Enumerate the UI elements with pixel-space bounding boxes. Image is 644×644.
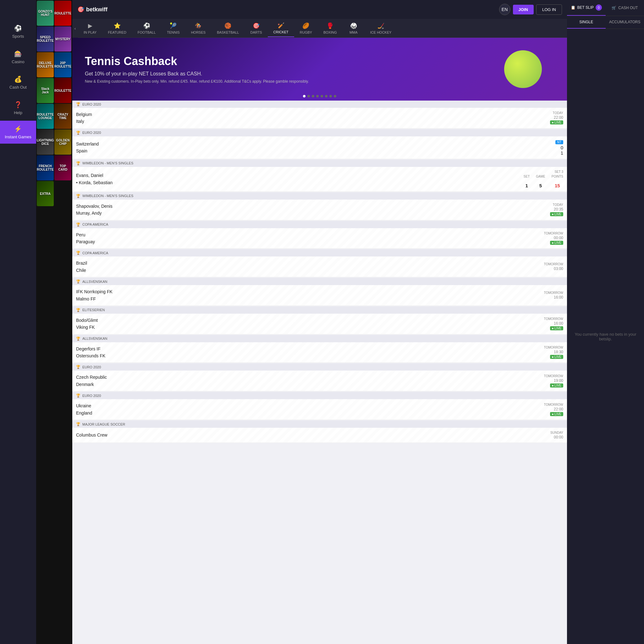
nav-arrow-left[interactable]: ‹: [72, 19, 78, 38]
match-meta: TODAY22:00● LIVE: [550, 111, 564, 124]
game-thumb-extra[interactable]: EXTRA: [37, 181, 54, 206]
match-row[interactable]: SwitzerlandSpainNT01: [72, 136, 567, 159]
game-thumb-speed-roulette[interactable]: SPEED ROULETTE: [37, 26, 54, 52]
sport-tab-cricket[interactable]: 🏏CRICKET: [268, 19, 294, 37]
sports-icon: ⚽: [14, 25, 22, 32]
banner-dot-6[interactable]: [329, 95, 332, 97]
sport-tab-featured[interactable]: ⭐FEATURED: [102, 20, 132, 37]
tab-bet-slip[interactable]: 📋 BET SLIP 0: [567, 0, 606, 16]
sport-tab-ice-hockey[interactable]: 🏒ICE HOCKEY: [365, 20, 397, 37]
game-thumb-crazy-time[interactable]: CRAZY TIME: [54, 104, 71, 129]
rugby-icon: 🏉: [302, 22, 309, 29]
game-label-20p-roulette: 20P ROULETTE: [54, 61, 72, 69]
game-thumb-mystery[interactable]: MYSTERY: [54, 26, 71, 52]
match-teams: IFK Norrkoping FKMalmo FF: [76, 288, 544, 302]
sport-tab-basketball[interactable]: 🏀BASKETBALL: [211, 20, 245, 37]
match-meta: TOMORROW19:00● LIVE: [544, 374, 563, 388]
match-time: 03:00: [554, 267, 563, 271]
sidebar-item-casino[interactable]: 🎰 Casino: [0, 44, 36, 70]
tab-single[interactable]: SINGLE: [567, 16, 606, 29]
language-selector[interactable]: EN: [499, 4, 510, 15]
match-row[interactable]: IFK Norrkoping FKMalmo FFTOMORROW16:00: [72, 285, 567, 306]
game-thumb-roulette2[interactable]: ROULETTE: [54, 78, 71, 103]
game-thumb-golden-chip[interactable]: GOLDEN CHIP: [54, 129, 71, 155]
team1-name: Degerfors IF: [76, 345, 544, 352]
banner-title: Tennis Cashback: [85, 55, 309, 68]
match-meta: TOMORROW22:00● LIVE: [544, 403, 563, 416]
football-icon: ⚽: [143, 22, 150, 29]
match-row[interactable]: UkraineEnglandTOMORROW22:00● LIVE: [72, 399, 567, 420]
banner-subtitle: Get 10% of your in-play NET Losses Back …: [85, 71, 309, 77]
games-panel: GONZO'S HUNTROULETTESPEED ROULETTEMYSTER…: [36, 0, 72, 644]
banner-dot-1[interactable]: [307, 95, 310, 97]
team2-name: • Korda, Sebastian: [76, 179, 524, 186]
banner-dot-2[interactable]: [312, 95, 314, 97]
game-thumb-lightning-dice[interactable]: LIGHTNING DICE: [37, 129, 54, 155]
game-thumb-roulette-lounge[interactable]: ROULETTE LOUNGE: [37, 104, 54, 129]
match-group: 🏆EURO 2020Czech RepublicDenmarkTOMORROW1…: [72, 363, 567, 391]
banner-dots: [303, 95, 336, 97]
match-teams: Columbus Crew: [76, 432, 550, 438]
match-meta: TODAY20:35● LIVE: [550, 203, 564, 216]
match-row[interactable]: Columbus CrewSUNDAY00:00: [72, 428, 567, 443]
sport-tab-boxing[interactable]: 🥊BOXING: [318, 20, 343, 37]
banner-dot-3[interactable]: [316, 95, 319, 97]
match-teams: BelgiumItaly: [76, 111, 550, 125]
top-header: 🎯 betkwiff EN JOIN LOG IN: [72, 0, 567, 19]
game-thumb-top-card[interactable]: TOP CARD: [54, 155, 71, 180]
join-button[interactable]: JOIN: [513, 5, 534, 14]
team2-name: Paraguay: [76, 238, 544, 245]
sidebar: ⚽ Sports 🎰 Casino 💰 Cash Out ❓ Help ⚡ In…: [0, 0, 36, 644]
match-row[interactable]: Bodo/GlimtViking FKTOMORROW16:00● LIVE: [72, 314, 567, 334]
match-meta: SUNDAY00:00: [550, 431, 563, 439]
game-thumb-roulette[interactable]: ROULETTE: [54, 1, 71, 26]
game-thumb-black-jack[interactable]: Slack Jack: [37, 78, 54, 103]
banner-dot-0[interactable]: [303, 95, 305, 97]
sidebar-item-help[interactable]: ❓ Help: [0, 95, 36, 121]
match-group: 🏆COPA AMERICABrazilChileTOMORROW03:00: [72, 249, 567, 277]
team2-name: Italy: [76, 118, 550, 125]
sidebar-item-instant-games[interactable]: ⚡ Instant Games: [0, 121, 36, 144]
match-row[interactable]: BrazilChileTOMORROW03:00: [72, 256, 567, 277]
match-time: 19:00: [554, 378, 563, 383]
tab-accumulators[interactable]: ACCUMULATORS: [606, 16, 644, 29]
game-label-crazy-time: CRAZY TIME: [54, 112, 71, 120]
match-row[interactable]: Shapovalov, DenisMurray, AndyTODAY20:35●…: [72, 200, 567, 220]
sport-tab-rugby[interactable]: 🏉RUGBY: [294, 20, 318, 37]
sport-tab-football[interactable]: ⚽FOOTBALL: [132, 20, 161, 37]
tab-cash-out[interactable]: 🛒 CASH OUT: [606, 0, 644, 16]
match-row[interactable]: Czech RepublicDenmarkTOMORROW19:00● LIVE: [72, 371, 567, 391]
banner-dot-5[interactable]: [325, 95, 328, 97]
match-row[interactable]: PeruParaguayTOMORROW00:00● LIVE: [72, 228, 567, 249]
status-badge: ● LIVE: [550, 412, 564, 416]
match-row[interactable]: Evans, Daniel• Korda, SebastianSET 3SET …: [72, 167, 567, 192]
sidebar-label-instant: Instant Games: [5, 135, 31, 139]
game-thumb-gonzos[interactable]: GONZO'S HUNT: [37, 1, 54, 26]
sport-tab-mma[interactable]: 🥋MMA: [343, 20, 365, 37]
game-label-roulette-lounge: ROULETTE LOUNGE: [36, 112, 54, 120]
match-row[interactable]: BelgiumItalyTODAY22:00● LIVE: [72, 108, 567, 129]
game-label-extra: EXTRA: [39, 191, 51, 196]
login-button[interactable]: LOG IN: [536, 4, 562, 15]
promo-banner[interactable]: Tennis Cashback Get 10% of your in-play …: [72, 38, 567, 101]
banner-dot-4[interactable]: [321, 95, 323, 97]
sidebar-item-sports[interactable]: ⚽ Sports: [0, 19, 36, 44]
game-label-golden-chip: GOLDEN CHIP: [54, 138, 71, 146]
sport-tab-tennis[interactable]: 🎾TENNIS: [161, 20, 185, 37]
sport-tab-horses[interactable]: 🏇HORSES: [185, 20, 211, 37]
content-area: Tennis Cashback Get 10% of your in-play …: [72, 38, 567, 644]
match-group: 🏆EURO 2020SwitzerlandSpainNT01: [72, 129, 567, 159]
logo: 🎯 betkwiff: [77, 6, 107, 13]
sport-tab-darts[interactable]: 🎯DARTS: [245, 20, 267, 37]
sport-tab-in-play[interactable]: ▶IN PLAY: [78, 20, 102, 37]
team2-name: Malmo FF: [76, 295, 544, 302]
team1-name: Brazil: [76, 260, 544, 267]
game-thumb-20p-roulette[interactable]: 20P ROULETTE: [54, 52, 71, 77]
banner-dot-7[interactable]: [334, 95, 336, 97]
match-competition-header: 🏆COPA AMERICA: [72, 221, 567, 228]
match-teams: Degerfors IFOstersunds FK: [76, 345, 544, 360]
sidebar-item-cashout[interactable]: 💰 Cash Out: [0, 70, 36, 95]
match-row[interactable]: Degerfors IFOstersunds FKTOMORROW18:30● …: [72, 342, 567, 363]
game-thumb-deluxe-roulette[interactable]: DELUXE ROULETTE: [37, 52, 54, 77]
game-thumb-french-roulette[interactable]: FRENCH ROULETTE: [37, 155, 54, 180]
